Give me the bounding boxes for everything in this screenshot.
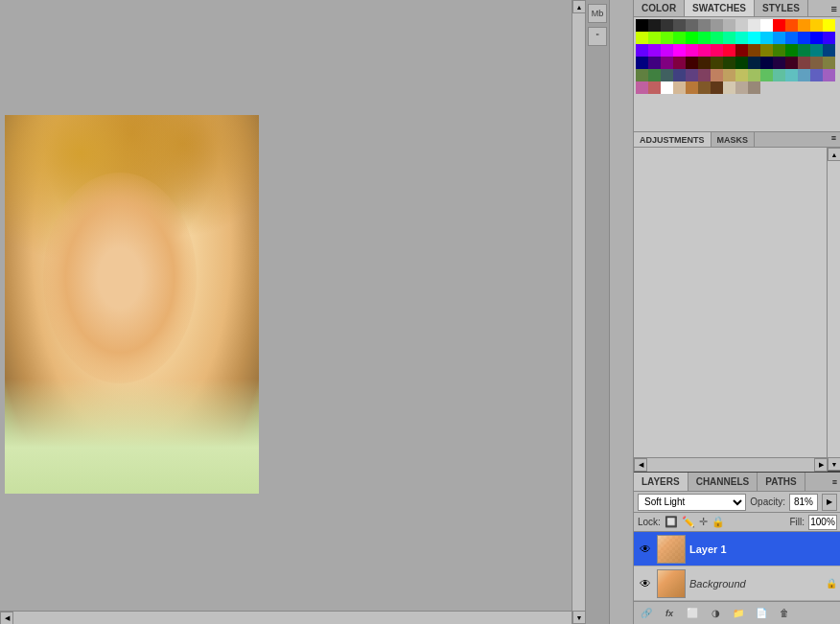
swatch-color[interactable] [711, 44, 723, 57]
swatch-color[interactable] [810, 57, 823, 69]
swatch-color[interactable] [698, 57, 711, 69]
swatch-color[interactable] [748, 69, 760, 81]
swatch-color[interactable] [686, 44, 698, 57]
sidebar-btn-mb[interactable]: Mb [588, 4, 607, 23]
swatch-color[interactable] [823, 69, 835, 81]
swatch-color[interactable] [686, 32, 698, 44]
v-scroll-down[interactable]: ▼ [572, 611, 585, 624]
swatch-color[interactable] [773, 69, 785, 81]
new-layer-btn[interactable]: 📄 [753, 605, 770, 622]
layer-bg-visibility[interactable]: 👁 [638, 576, 653, 591]
swatch-color[interactable] [748, 44, 760, 57]
swatch-color[interactable] [711, 81, 723, 94]
opacity-input[interactable] [789, 494, 818, 511]
swatch-color[interactable] [673, 69, 686, 81]
h-scroll-track[interactable] [13, 612, 572, 625]
swatch-color[interactable] [686, 19, 698, 32]
swatch-color[interactable] [798, 44, 810, 57]
swatch-color[interactable] [760, 69, 773, 81]
swatch-color[interactable] [673, 44, 686, 57]
swatch-color[interactable] [648, 19, 661, 32]
swatch-color[interactable] [760, 57, 773, 69]
swatch-color[interactable] [661, 32, 673, 44]
adjustment-layer-btn[interactable]: ◑ [707, 605, 724, 622]
swatch-color[interactable] [661, 44, 673, 57]
swatch-color[interactable] [686, 81, 698, 94]
swatch-color[interactable] [748, 81, 760, 94]
tab-styles[interactable]: STYLES [755, 0, 808, 16]
swatch-color[interactable] [823, 44, 835, 57]
swatch-color[interactable] [636, 57, 648, 69]
swatch-color[interactable] [798, 69, 810, 81]
fx-btn[interactable]: fx [661, 605, 678, 622]
swatch-color[interactable] [648, 81, 661, 94]
new-group-btn[interactable]: 📁 [730, 605, 747, 622]
lock-position[interactable]: ✛ [699, 516, 708, 528]
swatch-color[interactable] [723, 44, 735, 57]
lock-image[interactable]: ✏️ [682, 516, 695, 528]
swatch-color[interactable] [810, 44, 823, 57]
swatch-color[interactable] [648, 44, 661, 57]
blend-mode-select[interactable]: NormalDissolveDarkenMultiplyColor BurnLi… [638, 494, 746, 511]
mid-scroll-down[interactable]: ▼ [828, 457, 840, 471]
swatch-color[interactable] [673, 32, 686, 44]
swatch-color[interactable] [673, 57, 686, 69]
color-panel-menu[interactable]: ≡ [828, 1, 840, 16]
swatch-color[interactable] [686, 69, 698, 81]
swatch-color[interactable] [711, 32, 723, 44]
swatch-color[interactable] [760, 44, 773, 57]
swatch-color[interactable] [723, 69, 735, 81]
h-scroll-left[interactable]: ◀ [0, 612, 13, 625]
mid-scroll-left[interactable]: ◀ [634, 458, 647, 472]
v-scroll-up[interactable]: ▲ [572, 0, 585, 13]
delete-layer-btn[interactable]: 🗑 [776, 605, 793, 622]
swatch-color[interactable] [711, 19, 723, 32]
swatch-color[interactable] [723, 57, 735, 69]
swatch-color[interactable] [823, 57, 835, 69]
swatch-color[interactable] [648, 69, 661, 81]
mid-h-track[interactable] [647, 458, 814, 472]
tab-layers[interactable]: LAYERS [634, 473, 688, 491]
swatch-color[interactable] [735, 32, 748, 44]
swatch-color[interactable] [760, 19, 773, 32]
swatch-color[interactable] [798, 19, 810, 32]
swatch-color[interactable] [748, 32, 760, 44]
swatch-color[interactable] [686, 57, 698, 69]
swatch-color[interactable] [785, 32, 798, 44]
sidebar-btn-quote[interactable]: " [588, 27, 607, 46]
layers-panel-menu[interactable]: ≡ [828, 475, 840, 489]
swatch-color[interactable] [798, 32, 810, 44]
mid-scroll-track[interactable] [828, 161, 840, 457]
swatch-color[interactable] [673, 81, 686, 94]
swatch-color[interactable] [735, 57, 748, 69]
add-mask-btn[interactable]: ⬜ [684, 605, 701, 622]
swatch-color[interactable] [785, 44, 798, 57]
swatch-color[interactable] [711, 57, 723, 69]
opacity-arrow[interactable]: ▶ [822, 494, 837, 511]
swatch-color[interactable] [773, 44, 785, 57]
swatch-color[interactable] [773, 57, 785, 69]
swatch-color[interactable] [810, 69, 823, 81]
tab-channels[interactable]: CHANNELS [688, 473, 758, 491]
swatch-color[interactable] [636, 69, 648, 81]
v-scroll-track[interactable] [572, 13, 585, 611]
swatch-color[interactable] [773, 19, 785, 32]
swatch-color[interactable] [810, 19, 823, 32]
swatch-color[interactable] [735, 81, 748, 94]
swatch-color[interactable] [698, 81, 711, 94]
swatch-color[interactable] [760, 32, 773, 44]
swatch-color[interactable] [661, 69, 673, 81]
lock-transparent[interactable]: 🔲 [665, 516, 678, 528]
swatch-color[interactable] [773, 32, 785, 44]
swatch-color[interactable] [636, 81, 648, 94]
swatch-color[interactable] [823, 19, 835, 32]
swatch-color[interactable] [748, 57, 760, 69]
tab-paths[interactable]: PATHS [758, 473, 805, 491]
swatch-color[interactable] [735, 19, 748, 32]
swatch-color[interactable] [698, 44, 711, 57]
swatch-color[interactable] [723, 81, 735, 94]
lock-all[interactable]: 🔒 [712, 516, 725, 528]
swatch-color[interactable] [698, 32, 711, 44]
swatch-color[interactable] [711, 69, 723, 81]
layer-1-visibility[interactable]: 👁 [638, 542, 653, 557]
